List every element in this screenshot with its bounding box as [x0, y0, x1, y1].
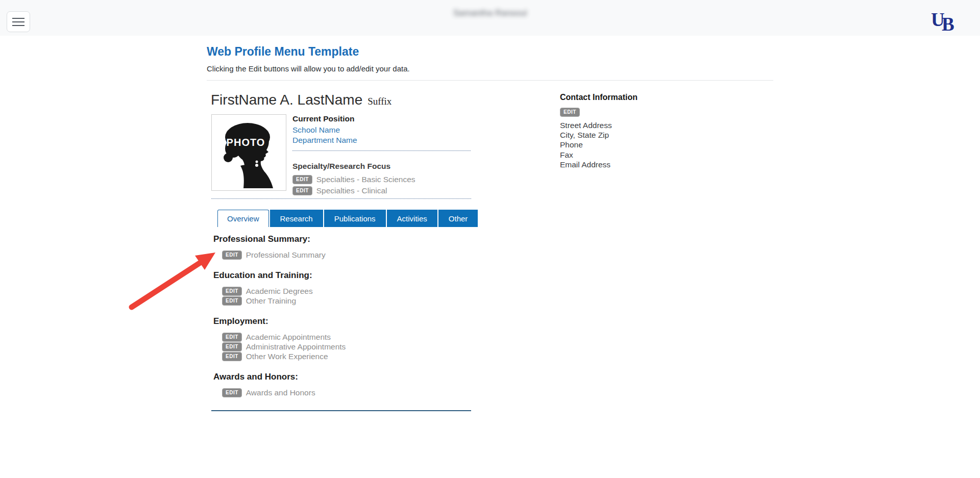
section-heading: Education and Training:: [213, 270, 489, 281]
edit-button[interactable]: EDIT: [222, 342, 242, 351]
profile-name: FirstName A. LastName: [211, 92, 362, 108]
section-education-training: Education and Training: EDIT Academic De…: [213, 270, 489, 306]
tab-other[interactable]: Other: [438, 210, 478, 227]
specialty-item-label: Specialties - Basic Sciences: [316, 174, 415, 184]
edit-item-row: EDIT Academic Degrees: [222, 286, 489, 296]
edit-item-label: Other Training: [246, 296, 296, 306]
edit-item-label: Other Work Experience: [246, 351, 328, 361]
page-title: Web Profile Menu Template: [207, 45, 359, 59]
edit-button[interactable]: EDIT: [222, 250, 242, 260]
section-awards-honors: Awards and Honors: EDIT Awards and Honor…: [213, 372, 489, 397]
photo-placeholder-label: PHOTO: [212, 137, 280, 148]
section-heading: Employment:: [213, 316, 489, 326]
edit-item-row: EDIT Administrative Appointments: [222, 342, 489, 351]
profile-photo-placeholder: PHOTO: [211, 114, 286, 191]
page-subtitle: Clicking the Edit buttons will allow you…: [207, 64, 410, 73]
ub-logo-letter-b: B: [942, 15, 954, 34]
section-bottom-divider: [211, 410, 471, 411]
tab-research[interactable]: Research: [270, 210, 323, 227]
overview-sections: Professional Summary: EDIT Professional …: [213, 234, 489, 397]
school-name-link[interactable]: School Name: [292, 125, 357, 134]
contact-email-address: Email Address: [560, 160, 638, 169]
profile-suffix: Suffix: [368, 96, 391, 107]
dotted-divider: [292, 150, 471, 151]
dotted-divider: [211, 198, 471, 199]
contact-street-address: Street Address: [560, 120, 638, 130]
edit-item-label: Professional Summary: [246, 250, 326, 260]
red-arrow-annotation: [128, 248, 219, 311]
hamburger-icon: [12, 21, 24, 22]
specialty-clinical-row: EDIT Specialties - Clinical: [292, 186, 415, 195]
section-heading: Professional Summary:: [213, 234, 489, 244]
contact-city-state-zip: City, State Zip: [560, 130, 638, 140]
contact-information-panel: Contact Information EDIT Street Address …: [560, 93, 638, 169]
edit-item-row: EDIT Professional Summary: [222, 250, 489, 260]
section-heading: Awards and Honors:: [213, 372, 489, 382]
web-profile-page: Samantha Ransoul U B Web Profile Menu Te…: [0, 0, 980, 478]
contact-fax: Fax: [560, 150, 638, 160]
edit-button[interactable]: EDIT: [560, 108, 580, 117]
specialty-heading: Specialty/Research Focus: [292, 162, 415, 171]
contact-heading: Contact Information: [560, 93, 638, 102]
header-divider: [207, 80, 773, 81]
ub-logo[interactable]: U B: [931, 10, 967, 33]
section-professional-summary: Professional Summary: EDIT Professional …: [213, 234, 489, 260]
edit-item-label: Awards and Honors: [246, 388, 315, 397]
logged-in-user-name: Samantha Ransoul: [0, 8, 980, 18]
edit-item-row: EDIT Other Training: [222, 296, 489, 306]
profile-tab-bar: Overview Research Publications Activitie…: [217, 210, 478, 227]
edit-item-label: Academic Appointments: [246, 332, 331, 342]
hamburger-icon: [12, 25, 24, 26]
specialty-item-label: Specialties - Clinical: [316, 186, 387, 195]
tab-overview[interactable]: Overview: [217, 210, 269, 227]
section-employment: Employment: EDIT Academic Appointments E…: [213, 316, 489, 361]
edit-button[interactable]: EDIT: [222, 287, 242, 296]
top-navigation-bar: Samantha Ransoul U B: [0, 0, 980, 36]
current-position-heading: Current Position: [292, 114, 357, 123]
edit-button[interactable]: EDIT: [292, 186, 312, 195]
current-position-block: Current Position School Name Department …: [292, 114, 357, 146]
department-name-link[interactable]: Department Name: [292, 136, 357, 144]
edit-button[interactable]: EDIT: [222, 388, 242, 397]
edit-item-row: EDIT Awards and Honors: [222, 388, 489, 397]
edit-item-label: Academic Degrees: [246, 286, 313, 296]
edit-item-row: EDIT Academic Appointments: [222, 332, 489, 342]
edit-button[interactable]: EDIT: [222, 352, 242, 361]
specialty-block: Specialty/Research Focus EDIT Specialtie…: [292, 162, 415, 197]
tab-publications[interactable]: Publications: [324, 210, 386, 227]
profile-name-heading: FirstName A. LastNameSuffix: [211, 92, 391, 108]
edit-button[interactable]: EDIT: [222, 296, 242, 306]
tab-activities[interactable]: Activities: [387, 210, 437, 227]
edit-button[interactable]: EDIT: [292, 175, 312, 184]
edit-item-row: EDIT Other Work Experience: [222, 351, 489, 361]
silhouette-image: [214, 117, 284, 188]
contact-phone: Phone: [560, 140, 638, 149]
edit-item-label: Administrative Appointments: [246, 342, 346, 351]
specialty-basic-sciences-row: EDIT Specialties - Basic Sciences: [292, 174, 415, 184]
edit-button[interactable]: EDIT: [222, 333, 242, 342]
